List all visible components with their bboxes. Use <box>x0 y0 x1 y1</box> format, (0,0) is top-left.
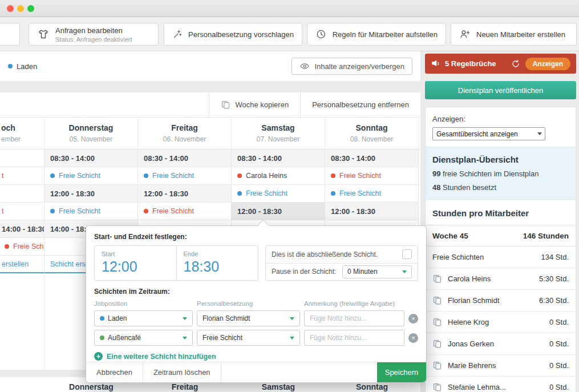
pause-select[interactable]: 0 Minuten <box>342 265 412 278</box>
employee-hours: 0 Std. <box>549 361 569 370</box>
shift-time-modal: Start- und Endzeit festlegen: Start 12:0… <box>86 225 427 383</box>
week-total-row: Woche 45 146 Stunden <box>426 225 576 246</box>
suggest-staffing-label: Personalbesetzung vorschlagen <box>188 30 294 39</box>
free-shifts-total: 134 Std. <box>541 253 569 261</box>
shift-cell[interactable]: Freie Schicht <box>325 185 419 203</box>
edit-requests-button[interactable]: Anfragen bearbeiten Status: Anfragen dea… <box>29 23 159 46</box>
chevron-down-icon <box>290 337 294 340</box>
add-shift-link[interactable]: Eine weitere Schicht hinzufügen <box>94 352 418 361</box>
time-slot-cell-selected[interactable]: 12:00 - 18:30 <box>232 203 325 220</box>
shift-cell[interactable]: Freie Schicht <box>0 238 44 256</box>
free-shifts-text: freie Schichten im Dienstplan <box>440 169 538 178</box>
day-header-sonntag: Sonntag 08. November <box>325 118 419 149</box>
start-label: Start <box>102 250 169 257</box>
remove-staffing-button[interactable]: Personalbesetzung entfernen <box>300 92 420 117</box>
time-slot-cell[interactable]: 12:00 - 18:30 <box>138 185 232 203</box>
start-time-value[interactable]: 12:00 <box>102 258 169 275</box>
shift-dot <box>5 244 9 249</box>
edit-requests-status: Status: Anfragen deaktiviert <box>55 36 132 43</box>
copy-employee-week-button[interactable] <box>432 274 442 284</box>
copy-icon <box>432 382 442 392</box>
time-slot-cell[interactable]: 12:00 - 18:30 <box>44 185 138 203</box>
display-section: Anzeigen: Gesamtübersicht anzeigen <box>426 107 576 147</box>
note-input-0[interactable] <box>304 310 404 326</box>
remove-shift-row-button[interactable] <box>408 333 418 343</box>
plus-circle-icon <box>94 352 103 361</box>
end-time-value[interactable]: 18:30 <box>184 258 252 275</box>
staffing-select-0[interactable]: Florian Schmidt <box>197 310 300 326</box>
rule-violations-count: 5 Regelbrüche <box>445 59 496 68</box>
zoom-window-button[interactable] <box>27 5 34 12</box>
time-slot-cell[interactable]: 14:00 - 18:30 <box>0 220 44 238</box>
suggest-staffing-button[interactable]: Personalbesetzung vorschlagen <box>164 23 302 46</box>
final-shift-checkbox[interactable] <box>402 249 412 259</box>
shift-cell[interactable]: Freie Schicht <box>44 167 138 185</box>
copy-employee-week-button[interactable] <box>432 296 442 305</box>
employee-name: Jonas Gerken <box>448 340 494 348</box>
shift-cell[interactable]: Freie Schicht <box>325 167 419 185</box>
busy-hours-count: 48 <box>432 183 440 192</box>
busy-hours-line: 48 Stunden besetzt <box>432 183 569 192</box>
shift-dot <box>331 191 335 196</box>
shift-cell[interactable]: Freie Schicht <box>138 167 232 185</box>
display-mode-select[interactable]: Gesamtübersicht anzeigen <box>432 127 545 140</box>
refresh-icon <box>511 59 520 68</box>
publish-schedule-button[interactable]: Dienstplan veröffentlichen <box>425 81 576 99</box>
copy-employee-week-button[interactable] <box>432 382 442 392</box>
copy-employee-week-button[interactable] <box>432 361 442 370</box>
jobposition-select-0[interactable]: Laden <box>94 310 193 326</box>
create-employee-button[interactable]: Neuen Mitarbeiter erstellen <box>451 23 577 46</box>
show-violations-button[interactable]: Anzeigen <box>525 58 570 70</box>
day-name: Samstag <box>261 123 294 132</box>
delete-range-button[interactable]: Zeitraum löschen <box>143 362 221 382</box>
staffing-column-label: Personalbesetzung <box>197 300 304 307</box>
note-input-1[interactable] <box>304 330 404 346</box>
cancel-button[interactable]: Abbrechen <box>86 362 143 382</box>
time-slot-cell[interactable]: 08:30 - 14:00 <box>232 149 325 167</box>
position-filter-laden: Laden <box>8 62 37 71</box>
employee-rules-button[interactable]: Regeln für Mitarbeiter aufstellen <box>307 23 446 46</box>
grid-row: 08:30 - 14:00 08:30 - 14:00 08:30 - 14:0… <box>0 149 420 167</box>
chevron-down-icon <box>290 317 294 320</box>
jobposition-select-1[interactable]: Außencafé <box>94 330 193 346</box>
time-slot-cell[interactable]: 08:30 - 14:00 <box>138 149 232 167</box>
edit-requests-label: Anfragen bearbeiten <box>55 26 132 35</box>
staffing-value: Florian Schmidt <box>203 314 250 322</box>
save-button[interactable]: Speichern <box>377 362 426 382</box>
shift-dot <box>237 191 242 196</box>
shift-dot <box>50 209 55 213</box>
week-actions-row: Woche kopieren Personalbesetzung entfern… <box>0 92 420 118</box>
time-slot-cell[interactable]: 12:00 - 18:30 <box>325 203 419 220</box>
copy-week-button[interactable]: Woche kopieren <box>209 92 300 117</box>
grid-row: t Freie Schicht Freie Schicht Carola Hei… <box>0 167 420 185</box>
jobposition-value: Laden <box>108 314 127 322</box>
start-time-field[interactable]: Start 12:00 <box>95 246 177 280</box>
shift-cell[interactable]: Freie Schicht <box>138 203 232 220</box>
shift-cell[interactable]: t <box>0 167 44 185</box>
create-shift-link[interactable]: erstellen <box>0 256 44 273</box>
partial-toolbar-button[interactable] <box>0 23 20 46</box>
employee-row: Stefanie Lehma... 0 Std. <box>426 377 576 392</box>
remove-shift-row-button[interactable] <box>408 314 418 324</box>
shift-cell[interactable]: Carola Heins <box>232 167 325 185</box>
window-titlebar <box>0 0 579 17</box>
shift-cell[interactable]: Freie Schicht <box>232 185 325 203</box>
shift-cell[interactable]: t <box>0 203 44 220</box>
filter-bar: Laden Inhalte anzeigen/verbergen <box>0 51 420 81</box>
minimize-window-button[interactable] <box>17 5 24 12</box>
copy-icon <box>432 274 442 284</box>
time-slot-cell[interactable]: 08:30 - 14:00 <box>44 149 138 167</box>
end-time-field[interactable]: Ende 18:30 <box>177 246 258 280</box>
staffing-select-1[interactable]: Freie Schicht <box>197 330 300 346</box>
toggle-content-visibility-button[interactable]: Inhalte anzeigen/verbergen <box>291 58 412 75</box>
copy-employee-week-button[interactable] <box>432 317 442 327</box>
shift-options-box: Dies ist die abschließende Schicht. Paus… <box>265 245 418 281</box>
close-window-button[interactable] <box>7 5 14 12</box>
copy-employee-week-button[interactable] <box>432 339 442 349</box>
end-label: Ende <box>184 250 252 257</box>
jobposition-value: Außencafé <box>108 334 141 342</box>
time-slot-cell[interactable]: 08:30 - 14:00 <box>325 149 419 167</box>
refresh-button[interactable] <box>511 59 520 68</box>
shift-dot <box>144 173 148 178</box>
shift-cell[interactable]: Freie Schicht <box>44 203 138 220</box>
